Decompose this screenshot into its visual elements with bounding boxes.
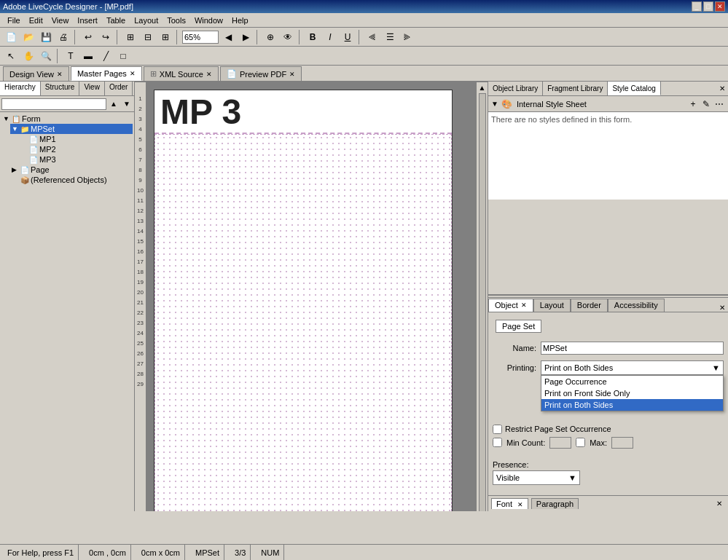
line-btn[interactable]: ╱ xyxy=(98,48,114,64)
align-center-button[interactable]: ☰ xyxy=(382,29,398,45)
underline-button[interactable]: U xyxy=(340,29,356,45)
tab-master-close[interactable]: ✕ xyxy=(130,70,136,77)
menu-table[interactable]: Table xyxy=(102,15,130,26)
font-tab-paragraph[interactable]: Paragraph xyxy=(531,498,579,509)
field-btn[interactable]: ▬ xyxy=(80,48,96,64)
menu-edit[interactable]: Edit xyxy=(25,15,47,26)
menu-file[interactable]: File xyxy=(3,15,25,26)
tab-preview[interactable]: 📄 Preview PDF ✕ xyxy=(220,66,302,81)
hierarchy-tab-structure[interactable]: Structure xyxy=(41,82,80,95)
object-panel-close[interactable]: ✕ xyxy=(716,304,728,312)
tab-object[interactable]: Object ✕ xyxy=(488,299,533,312)
menu-tools[interactable]: Tools xyxy=(163,15,190,26)
mp2-expand xyxy=(20,146,29,153)
tab-layout[interactable]: Layout xyxy=(533,299,571,312)
tab-fragment-library[interactable]: Fragment Library xyxy=(543,82,608,95)
zoom-out-button[interactable]: ◀ xyxy=(220,29,236,45)
new-button[interactable]: 📄 xyxy=(3,29,19,45)
tab-preview-close[interactable]: ✕ xyxy=(289,71,295,78)
pan-button[interactable]: ✋ xyxy=(20,48,36,64)
max-checkbox[interactable] xyxy=(576,438,585,447)
form-expand-icon[interactable]: ▼ xyxy=(3,115,12,122)
name-input[interactable] xyxy=(541,342,724,355)
page-canvas[interactable]: MP 3 xyxy=(146,82,476,511)
option-both-sides[interactable]: Print on Both Sides xyxy=(541,399,723,411)
min-count-input[interactable] xyxy=(549,437,571,449)
menu-help[interactable]: Help xyxy=(227,15,253,26)
page-expand-icon[interactable]: ▶ xyxy=(12,166,20,173)
scroll-up-button[interactable]: ▲ xyxy=(479,84,486,92)
right-panel-close[interactable]: ✕ xyxy=(716,84,728,92)
open-button[interactable]: 📂 xyxy=(20,29,36,45)
snap-button[interactable]: ⊞ xyxy=(157,29,173,45)
print-button[interactable]: 🖨 xyxy=(55,29,71,45)
font-tab-x[interactable]: ✕ xyxy=(517,501,523,508)
tab-xml-close[interactable]: ✕ xyxy=(206,71,212,78)
minimize-button[interactable]: _ xyxy=(692,1,702,12)
maximize-button[interactable]: □ xyxy=(703,1,713,12)
bold-button[interactable]: B xyxy=(305,29,321,45)
style-catalog-expand[interactable]: ▼ xyxy=(491,100,498,108)
font-tab-font[interactable]: Font ✕ xyxy=(491,498,528,509)
style-edit-button[interactable]: ✎ xyxy=(700,98,712,110)
tree-mp1[interactable]: 📄 MP1 xyxy=(19,134,133,144)
printing-dropdown[interactable]: Print on Both Sides ▼ Page Occurrence Pr… xyxy=(541,360,724,375)
hierarchy-search[interactable] xyxy=(1,98,106,110)
align-right-button[interactable]: ⫸ xyxy=(399,29,415,45)
tree-page[interactable]: ▶ 📄 Page xyxy=(10,165,133,175)
option-page-occurrence[interactable]: Page Occurrence xyxy=(541,376,723,387)
menu-layout[interactable]: Layout xyxy=(130,15,163,26)
tab-object-library[interactable]: Object Library xyxy=(488,82,543,95)
align-left-button[interactable]: ⫷ xyxy=(364,29,380,45)
italic-button[interactable]: I xyxy=(322,29,338,45)
vertical-scrollbar[interactable]: ▲ ▼ xyxy=(476,82,488,511)
max-input[interactable] xyxy=(611,437,633,449)
select-button[interactable]: ↖ xyxy=(3,48,19,64)
undo-button[interactable]: ↩ xyxy=(80,29,96,45)
font-panel-close[interactable]: ✕ xyxy=(713,500,725,508)
tree-ref-objects[interactable]: 📦 (Referenced Objects) xyxy=(10,175,133,185)
option-front-side[interactable]: Print on Front Side Only xyxy=(541,387,723,399)
style-more-button[interactable]: ⋯ xyxy=(713,98,725,110)
zoom-in-button[interactable]: ▶ xyxy=(238,29,254,45)
sep7 xyxy=(57,49,60,63)
tree-mpset[interactable]: ▼ 📁 MPSet xyxy=(10,124,133,134)
tree-mp3[interactable]: 📄 MP3 xyxy=(19,154,133,165)
hierarchy-tab-hierarchy[interactable]: Hierarchy xyxy=(0,82,41,95)
tree-mp2[interactable]: 📄 MP2 xyxy=(19,144,133,154)
tab-master[interactable]: Master Pages ✕ xyxy=(71,66,142,81)
hierarchy-down-button[interactable]: ▼ xyxy=(121,98,133,110)
grid-button[interactable]: ⊞ xyxy=(122,29,138,45)
restrict-checkbox[interactable] xyxy=(493,425,502,434)
min-count-checkbox[interactable] xyxy=(493,438,502,447)
grid2-button[interactable]: ⊟ xyxy=(140,29,156,45)
menu-view[interactable]: View xyxy=(47,15,74,26)
style-add-button[interactable]: + xyxy=(687,98,699,110)
insert-button[interactable]: ⊕ xyxy=(262,29,278,45)
tree-form[interactable]: ▼ 📋 Form xyxy=(1,114,133,124)
text-btn[interactable]: T xyxy=(63,48,79,64)
tab-style-catalog[interactable]: Style Catalog xyxy=(608,82,660,95)
presence-dropdown[interactable]: Visible ▼ xyxy=(493,470,580,485)
hierarchy-up-button[interactable]: ▲ xyxy=(108,98,120,110)
tab-border[interactable]: Border xyxy=(571,299,608,312)
preview-button[interactable]: 👁 xyxy=(280,29,296,45)
save-button[interactable]: 💾 xyxy=(38,29,54,45)
tab-object-x[interactable]: ✕ xyxy=(521,301,527,309)
menu-window[interactable]: Window xyxy=(190,15,227,26)
menu-insert[interactable]: Insert xyxy=(73,15,102,26)
rect-btn[interactable]: □ xyxy=(115,48,131,64)
scroll-thumb[interactable] xyxy=(479,93,486,511)
hierarchy-tab-view[interactable]: View xyxy=(79,82,105,95)
printing-dropdown-button[interactable]: Print on Both Sides ▼ xyxy=(541,360,724,375)
redo-button[interactable]: ↪ xyxy=(98,29,114,45)
zoom-tool-button[interactable]: 🔍 xyxy=(38,48,54,64)
tab-xml[interactable]: ⊞ XML Source ✕ xyxy=(144,66,219,81)
hierarchy-tab-order[interactable]: Order xyxy=(105,82,133,95)
tab-design[interactable]: Design View ✕ xyxy=(3,66,69,81)
tab-design-close[interactable]: ✕ xyxy=(57,71,63,78)
close-button[interactable]: ✕ xyxy=(715,1,725,12)
tab-accessibility[interactable]: Accessibility xyxy=(608,299,665,312)
mpset-expand-icon[interactable]: ▼ xyxy=(12,125,20,133)
zoom-input[interactable]: 65% xyxy=(182,31,219,44)
